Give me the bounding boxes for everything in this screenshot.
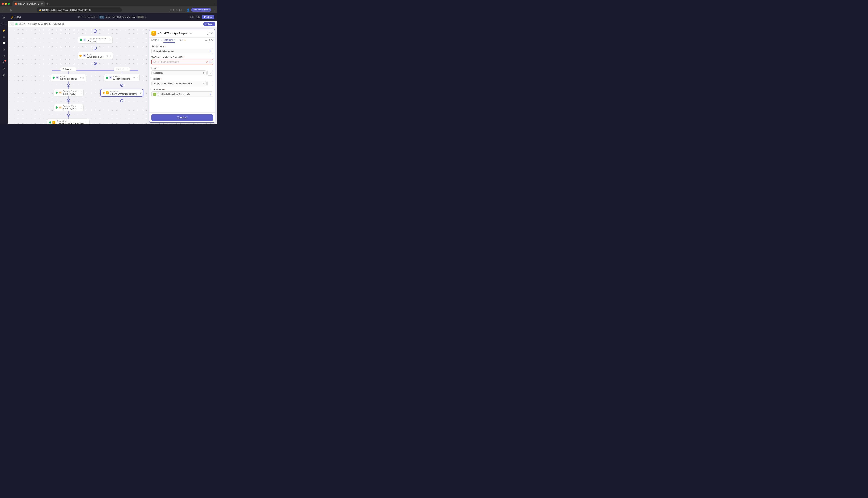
close-traffic-light[interactable] (2, 3, 4, 5)
sidebar-item-grid[interactable]: ⊞ (1, 14, 7, 21)
path-conditions-b-expand-icon[interactable]: ∨ (133, 77, 135, 79)
path-conditions-a-expand-icon[interactable]: ∨ (80, 77, 81, 79)
node-utilities[interactable]: Ƒ Formatter by Zapier 2. Utilities ⋮ (78, 36, 113, 43)
add-node-top-button[interactable]: + (93, 29, 97, 33)
sidebar-item-zap[interactable]: ⚡ (1, 27, 7, 33)
panel-edit-icon[interactable]: ✏ (190, 32, 192, 35)
help-button[interactable]: Help (195, 16, 200, 18)
node-expand-icon[interactable]: ∨ (106, 55, 108, 57)
forward-nav-button[interactable]: → (6, 8, 9, 12)
back-nav-button[interactable]: ← (2, 8, 4, 12)
sidebar-item-table[interactable]: ⊟ (1, 47, 7, 52)
relaunch-button[interactable]: Relaunch to update (191, 8, 211, 12)
node-send-whatsapp-9[interactable]: S Superchat 9. Send WhatsApp Template ⋮ (100, 89, 143, 97)
browser-more-icon[interactable]: ⋮ (212, 2, 215, 5)
path-conditions-a-menu-icon[interactable]: ⋮ (82, 76, 85, 79)
run-python-2-menu-icon[interactable]: ⋮ (80, 106, 82, 109)
from-action-button[interactable]: ⋮ (207, 70, 213, 76)
node-path-conditions-a[interactable]: ⇌ Paths 4. Path conditions ∨ ⋮ (51, 74, 87, 81)
path-b-menu-icon[interactable]: ⋮ (126, 68, 128, 70)
tab-close-icon[interactable]: ✕ (41, 3, 43, 5)
node-split-paths[interactable]: ⇌ Paths 3. Split into paths ∨ ⋮ (78, 52, 113, 59)
node-run-python-1[interactable]: </> Code by Zapier 5. Run Python ⋮ (54, 89, 84, 96)
extension-icon-1[interactable]: ℹ (173, 8, 174, 12)
new-tab-button[interactable]: + (46, 2, 49, 5)
sidebar-item-settings[interactable]: ⚙ (1, 66, 7, 72)
path-a-menu-icon[interactable]: ⋮ (72, 68, 75, 70)
template-action-button[interactable]: ⋮ (207, 81, 213, 86)
sidebar-item-clock[interactable]: ◷ (1, 53, 7, 59)
browser-menu-icon[interactable]: ⋮ (213, 8, 215, 12)
tab-setup[interactable]: Setup ✓ (151, 38, 159, 43)
minimize-traffic-light[interactable] (5, 3, 7, 5)
node-utilities-label: Formatter by Zapier 2. Utilities (88, 38, 106, 42)
add-after-split-button[interactable]: + (94, 62, 97, 65)
add-after-python-1[interactable]: + (67, 99, 70, 102)
panel-refresh-icon[interactable]: ↺ (208, 39, 210, 42)
browser-tab[interactable]: Z New Order Delivery Messag... ✕ (12, 1, 45, 6)
path-b-header[interactable]: Path B ∨ ⋮ (113, 67, 130, 71)
sender-name-plus-icon[interactable]: + (209, 50, 211, 53)
bookmark-icon[interactable]: ☆ (169, 8, 172, 12)
panel-undo-icon[interactable]: ↩ (205, 39, 207, 42)
address-bar[interactable]: 🔒 zapier.com/editor/258077525/draft/2580… (37, 8, 122, 12)
from-input[interactable]: Superchat ⇅ (151, 70, 206, 75)
to-phone-field: To (Phone Number or Contact ID) * Select… (151, 56, 213, 65)
path-a-label: Path A (62, 68, 68, 70)
panel-sync-icon[interactable]: ⟳ (211, 39, 213, 42)
add-node-after-utilities[interactable]: + (94, 47, 97, 50)
path-conditions-b-label: Paths 8. Path conditions (113, 75, 130, 80)
add-after-path-b-conditions[interactable]: + (120, 84, 123, 87)
dropdown-chevron-icon[interactable]: ∨ (145, 16, 146, 18)
sender-name-input[interactable]: Gesendet über Zapier + (151, 48, 213, 54)
add-after-path-a-conditions[interactable]: + (67, 84, 70, 87)
tab-configure[interactable]: Configure ✓ (163, 38, 175, 43)
run-python-1-menu-icon[interactable]: ⋮ (80, 91, 82, 94)
path-a-chevron-icon[interactable]: ∨ (70, 68, 71, 70)
path-conditions-a-label: Paths 4. Path conditions (60, 75, 77, 80)
panel-expand-icon[interactable]: ⛶ (207, 32, 209, 35)
publish-button[interactable]: Publish (202, 15, 215, 19)
top-publish-button[interactable]: Publish (203, 22, 215, 26)
first-name-input[interactable]: S 1. Billing Address First Name: nils + (151, 91, 213, 97)
to-phone-placeholder: Select Phone number here (153, 61, 179, 63)
node-menu-icon[interactable]: ⋮ (109, 39, 111, 41)
first-name-required: * (164, 89, 165, 91)
to-phone-plus-icon[interactable]: + (209, 61, 211, 64)
extension-icon-2[interactable]: ⊕ (176, 8, 178, 12)
tab-test[interactable]: Test ⚠ (179, 38, 186, 43)
send-whatsapp-9-label: Superchat 9. Send WhatsApp Template (110, 91, 137, 95)
sidebar-item-file[interactable]: ▤ (1, 34, 7, 40)
path-conditions-b-menu-icon[interactable]: ⋮ (136, 76, 138, 79)
extension-icon-3[interactable]: ⬡ (179, 8, 181, 12)
panel-close-icon[interactable]: ✕ (210, 32, 213, 35)
whatsapp7-status-dot (49, 121, 51, 123)
zap-name: New Order Delivery Message (105, 16, 136, 18)
path-b-chevron-icon[interactable]: ∨ (123, 68, 125, 70)
template-input[interactable]: Shopify Store - New order delivery statu… (151, 81, 206, 86)
formatter-icon: Ƒ (83, 38, 86, 41)
node-send-whatsapp-7[interactable]: S Superchat 7. Send WhatsApp Template ⋮ (47, 119, 90, 124)
reload-nav-button[interactable]: ↻ (10, 8, 12, 12)
continue-button[interactable]: Continue (151, 114, 213, 121)
sidebar-item-robot[interactable]: ◎ 1 (1, 59, 7, 65)
sidebar-item-chat[interactable]: 💬 (1, 40, 7, 46)
to-phone-input[interactable]: Select Phone number here ⚠ + (151, 59, 213, 65)
from-required: * (157, 67, 158, 69)
profile-icon[interactable]: 👤 (187, 8, 190, 12)
node-menu-split-icon[interactable]: ⋮ (109, 54, 112, 57)
path-a-header[interactable]: Path A ∨ ⋮ (60, 67, 77, 71)
back-button[interactable]: ← (9, 22, 14, 26)
add-after-whatsapp-9[interactable]: + (120, 99, 123, 102)
whatsapp7-menu-icon[interactable]: ⋮ (86, 121, 88, 124)
sidebar-item-apps[interactable]: ⋮⋮⋮ (1, 21, 7, 27)
add-after-python-2[interactable]: + (67, 114, 70, 117)
maximize-traffic-light[interactable] (8, 3, 10, 5)
first-name-plus-icon[interactable]: + (209, 93, 211, 96)
sidebar-item-box[interactable]: ▣ (1, 72, 7, 78)
breadcrumb-folder[interactable]: Ecommerce S... (81, 16, 97, 18)
whatsapp9-menu-icon[interactable]: ⋮ (139, 92, 142, 94)
node-run-python-2[interactable]: </> Code by Zapier 6. Run Python ⋮ (54, 104, 84, 111)
node-path-conditions-b[interactable]: ⇌ Paths 8. Path conditions ∨ ⋮ (104, 74, 140, 81)
extension-icon-4[interactable]: ⊞ (183, 8, 185, 12)
